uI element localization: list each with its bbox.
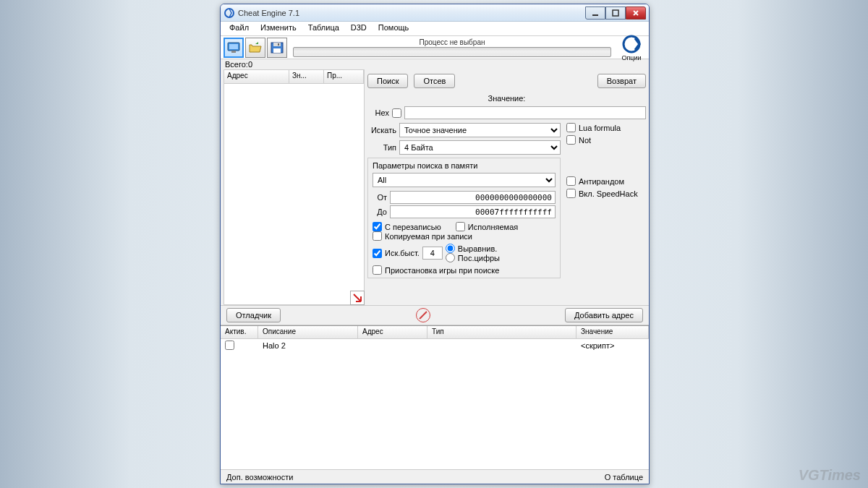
select-process-button[interactable]	[224, 38, 244, 58]
to-label: До	[373, 207, 387, 216]
first-scan-button[interactable]: Поиск	[367, 74, 408, 88]
address-table-body[interactable]: Halo 2 <скрипт>	[221, 339, 649, 469]
row-active-checkbox[interactable]	[225, 341, 234, 350]
window-title: Cheat Engine 7.1	[238, 9, 585, 17]
svg-rect-9	[278, 43, 279, 46]
app-window: Cheat Engine 7.1 Файл Изменить Таблица D…	[220, 4, 650, 484]
svg-rect-4	[229, 44, 238, 49]
range-stop-input[interactable]	[390, 205, 556, 218]
status-left[interactable]: Доп. возможности	[226, 473, 293, 481]
col-type[interactable]: Тип	[427, 326, 576, 338]
svg-rect-8	[273, 48, 281, 53]
titlebar[interactable]: Cheat Engine 7.1	[221, 4, 649, 22]
statusbar: Доп. возможности О таблице	[221, 469, 649, 484]
menu-file[interactable]: Файл	[224, 22, 255, 35]
col-value[interactable]: Значение	[576, 326, 649, 338]
menu-d3d[interactable]: D3D	[345, 22, 373, 35]
svg-point-10	[624, 36, 639, 52]
col-description[interactable]: Описание	[258, 326, 358, 338]
hex-label: Hex	[367, 108, 389, 117]
cow-checkbox[interactable]	[373, 231, 382, 241]
menubar: Файл Изменить Таблица D3D Помощь	[221, 22, 649, 36]
process-status: Процесс не выбран	[293, 38, 611, 46]
col-value[interactable]: Зн...	[289, 70, 324, 83]
svg-rect-1	[592, 14, 598, 16]
table-row[interactable]: Halo 2 <скрипт>	[221, 339, 649, 352]
row-value[interactable]: <скрипт>	[576, 341, 649, 350]
lastdigits-radio[interactable]	[446, 253, 455, 262]
middle-toolbar: Отладчик Добавить адрес	[221, 305, 649, 325]
scantype-label: Искать	[367, 126, 396, 134]
memory-scan-options: Параметры поиска в памяти All От До	[367, 158, 561, 278]
col-active[interactable]: Актив.	[221, 326, 258, 338]
col-address[interactable]: Адрес	[358, 326, 427, 338]
monitor-icon	[226, 41, 241, 54]
add-address-button[interactable]: Добавить адрес	[565, 308, 643, 322]
no-entry-icon[interactable]	[416, 308, 430, 322]
app-icon	[224, 7, 235, 19]
menu-table[interactable]: Таблица	[302, 22, 345, 35]
svg-rect-2	[613, 10, 618, 16]
scan-value-input[interactable]	[404, 106, 646, 119]
lua-formula-checkbox[interactable]	[566, 123, 576, 132]
range-start-input[interactable]	[390, 191, 556, 204]
status-right[interactable]: О таблице	[605, 473, 643, 481]
antirandom-checkbox[interactable]	[566, 176, 576, 186]
main-area: Адрес Зн... Пр... Поиск Отсев Возврат Зн…	[221, 69, 649, 469]
svg-rect-5	[231, 51, 236, 53]
minimize-button[interactable]	[585, 7, 605, 20]
writable-checkbox[interactable]	[373, 222, 382, 231]
result-list[interactable]	[224, 84, 365, 305]
scantype-select[interactable]: Точное значение	[399, 123, 561, 137]
hex-checkbox[interactable]	[392, 108, 401, 118]
progress-bar	[293, 47, 611, 57]
result-list-panel: Адрес Зн... Пр...	[224, 69, 365, 305]
window-controls	[585, 7, 646, 20]
menu-help[interactable]: Помощь	[373, 22, 415, 35]
progress-area: Процесс не выбран	[293, 38, 611, 57]
count-value: 0	[248, 60, 252, 69]
open-button[interactable]	[245, 38, 265, 58]
valuetype-label: Тип	[367, 143, 396, 152]
svg-point-0	[225, 9, 234, 17]
fastscan-checkbox[interactable]	[373, 249, 382, 258]
result-count: Всего:0	[221, 59, 649, 69]
address-table-header: Актив. Описание Адрес Тип Значение	[221, 326, 649, 339]
value-label: Значение:	[367, 94, 646, 103]
svg-rect-7	[273, 43, 281, 46]
watermark: VGTimes	[799, 467, 861, 484]
logo-area: Опции	[617, 34, 646, 61]
address-table: Актив. Описание Адрес Тип Значение Halo …	[221, 325, 649, 469]
memory-view-button[interactable]: Отладчик	[226, 308, 281, 322]
executable-checkbox[interactable]	[456, 222, 465, 231]
save-button[interactable]	[267, 38, 287, 58]
next-scan-button[interactable]: Отсев	[414, 74, 455, 88]
alignment-radio[interactable]	[446, 244, 455, 253]
pause-game-checkbox[interactable]	[373, 265, 382, 275]
folder-open-icon	[248, 41, 263, 54]
ce-logo-icon[interactable]	[620, 34, 643, 54]
memory-options-title: Параметры поиска в памяти	[373, 161, 556, 170]
undo-scan-button[interactable]: Возврат	[597, 74, 646, 88]
col-prev[interactable]: Пр...	[324, 70, 364, 83]
from-label: От	[373, 193, 387, 202]
result-list-header: Адрес Зн... Пр...	[224, 69, 365, 84]
speedhack-checkbox[interactable]	[566, 189, 576, 198]
fastscan-value-input[interactable]	[422, 247, 443, 260]
arrow-down-right-icon	[352, 293, 362, 303]
add-to-table-button[interactable]	[350, 291, 365, 305]
valuetype-select[interactable]: 4 Байта	[399, 140, 561, 155]
floppy-icon	[270, 41, 284, 54]
close-button[interactable]	[626, 7, 646, 20]
upper-panel: Адрес Зн... Пр... Поиск Отсев Возврат Зн…	[221, 69, 649, 305]
scan-panel: Поиск Отсев Возврат Значение: Hex Искать	[367, 69, 646, 305]
toolbar: Процесс не выбран Опции	[221, 36, 649, 59]
row-description[interactable]: Halo 2	[258, 341, 358, 350]
count-label: Всего:	[225, 60, 248, 69]
menu-edit[interactable]: Изменить	[255, 22, 302, 35]
col-address[interactable]: Адрес	[224, 70, 289, 83]
not-checkbox[interactable]	[566, 135, 576, 145]
maximize-button[interactable]	[605, 7, 626, 20]
memory-region-select[interactable]: All	[373, 173, 556, 187]
